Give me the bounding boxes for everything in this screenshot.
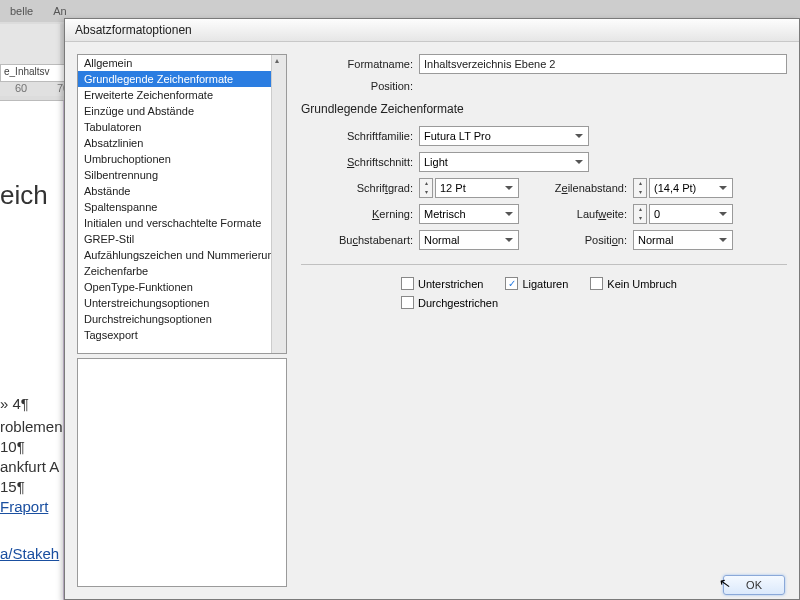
font-style-label: Schriftschnitt: (301, 156, 419, 168)
scrollbar[interactable] (271, 55, 286, 353)
kerning-label: Kerning: (301, 208, 419, 220)
category-item[interactable]: Silbentrennung (78, 167, 286, 183)
underline-checkbox[interactable]: Unterstrichen (401, 277, 483, 290)
font-family-combo[interactable]: Futura LT Pro (419, 126, 589, 146)
category-preview-box (77, 358, 287, 587)
position-combo[interactable]: Normal (633, 230, 733, 250)
tracking-label: Laufweite: (519, 208, 633, 220)
cursor-icon: ↖ (718, 574, 733, 592)
formatname-input[interactable] (419, 54, 787, 74)
tracking-spinner[interactable]: ▴▾ (633, 204, 647, 224)
font-style-combo[interactable]: Light (419, 152, 589, 172)
tracking-combo[interactable]: 0 (649, 204, 733, 224)
category-item[interactable]: Tabulatoren (78, 119, 286, 135)
category-item[interactable]: Umbruchoptionen (78, 151, 286, 167)
nobreak-checkbox[interactable]: Kein Umbruch (590, 277, 677, 290)
category-item[interactable]: Initialen und verschachtelte Formate (78, 215, 286, 231)
category-item[interactable]: Erweiterte Zeichenformate (78, 87, 286, 103)
category-item[interactable]: Tagsexport (78, 327, 286, 343)
paragraph-style-options-dialog: Absatzformatoptionen AllgemeinGrundlegen… (64, 18, 800, 600)
leading-label: Zeilenabstand: (519, 182, 633, 194)
font-size-label: Schriftgrad: (301, 182, 419, 194)
strikethrough-checkbox[interactable]: Durchgestrichen (401, 296, 498, 309)
bg-menu: belle (10, 5, 33, 17)
category-item[interactable]: Einzüge und Abstände (78, 103, 286, 119)
formatname-label: Formatname: (301, 58, 419, 70)
category-item[interactable]: Unterstreichungsoptionen (78, 295, 286, 311)
ok-button[interactable]: OK (723, 575, 785, 595)
position-field-label: Position: (519, 234, 633, 246)
font-size-combo[interactable]: 12 Pt (435, 178, 519, 198)
category-list[interactable]: AllgemeinGrundlegende ZeichenformateErwe… (77, 54, 287, 354)
section-title: Grundlegende Zeichenformate (301, 102, 787, 116)
case-combo[interactable]: Normal (419, 230, 519, 250)
case-label: Buchstabenart: (301, 234, 419, 246)
category-item[interactable]: Abstände (78, 183, 286, 199)
size-spinner[interactable]: ▴▾ (419, 178, 433, 198)
kerning-combo[interactable]: Metrisch (419, 204, 519, 224)
category-item[interactable]: Zeichenfarbe (78, 263, 286, 279)
category-item[interactable]: GREP-Stil (78, 231, 286, 247)
ligatures-checkbox[interactable]: ✓Ligaturen (505, 277, 568, 290)
bg-menu: An (53, 5, 66, 17)
category-item[interactable]: Grundlegende Zeichenformate (78, 71, 286, 87)
category-item[interactable]: OpenType-Funktionen (78, 279, 286, 295)
category-item[interactable]: Allgemein (78, 55, 286, 71)
font-family-label: Schriftfamilie: (301, 130, 419, 142)
category-item[interactable]: Aufzählungszeichen und Nummerierung (78, 247, 286, 263)
leading-combo[interactable]: (14,4 Pt) (649, 178, 733, 198)
dialog-title: Absatzformatoptionen (65, 19, 799, 42)
position-label: Position: (301, 80, 419, 92)
leading-spinner[interactable]: ▴▾ (633, 178, 647, 198)
category-item[interactable]: Spaltenspanne (78, 199, 286, 215)
category-item[interactable]: Absatzlinien (78, 135, 286, 151)
category-item[interactable]: Durchstreichungsoptionen (78, 311, 286, 327)
